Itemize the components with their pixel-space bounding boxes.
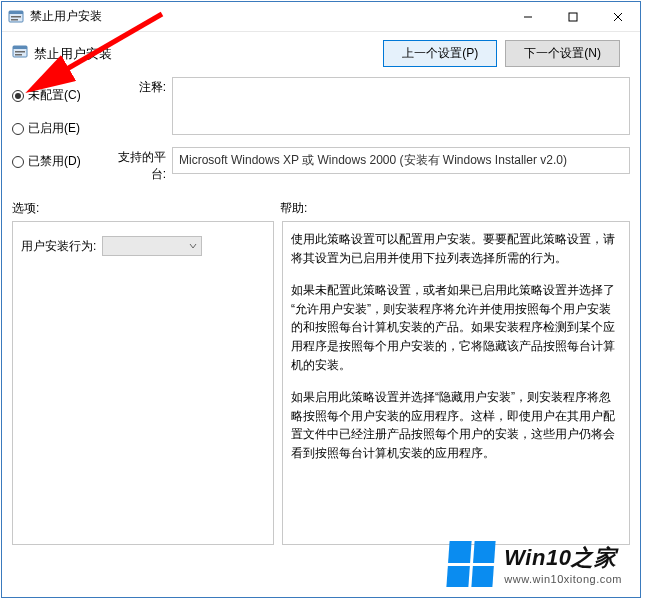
config-section: 未配置(C) 已启用(E) 已禁用(D) 注释: 支持的平台: Microsof…: [2, 77, 640, 186]
svg-rect-5: [569, 13, 577, 21]
next-setting-button[interactable]: 下一个设置(N): [505, 40, 620, 67]
window-title: 禁止用户安装: [30, 8, 102, 25]
comment-label: 注释:: [104, 77, 166, 96]
policy-icon: [12, 44, 28, 63]
watermark-url: www.win10xitong.com: [504, 573, 622, 585]
radio-icon: [12, 90, 24, 102]
radio-enabled[interactable]: 已启用(E): [12, 120, 94, 137]
help-paragraph: 如果启用此策略设置并选择“隐藏用户安装”，则安装程序将忽略按照每个用户安装的应用…: [291, 388, 621, 462]
watermark: Win10之家 www.win10xitong.com: [448, 541, 622, 587]
prev-setting-button[interactable]: 上一个设置(P): [383, 40, 497, 67]
policy-editor-window: 禁止用户安装 禁止用户安装: [1, 1, 641, 598]
chevron-down-icon: [189, 239, 197, 253]
svg-rect-11: [15, 54, 22, 56]
nav-buttons: 上一个设置(P) 下一个设置(N): [383, 40, 630, 67]
watermark-name: Win10之家: [504, 543, 622, 573]
maximize-button[interactable]: [550, 2, 595, 31]
window-controls: [505, 2, 640, 31]
policy-heading: 禁止用户安装: [12, 44, 112, 63]
minimize-button[interactable]: [505, 2, 550, 31]
svg-rect-2: [11, 16, 21, 18]
fields-col: 注释: 支持的平台: Microsoft Windows XP 或 Window…: [104, 77, 630, 186]
close-button[interactable]: [595, 2, 640, 31]
behavior-label: 用户安装行为:: [21, 238, 96, 255]
svg-rect-10: [15, 51, 25, 53]
windows-logo-icon: [447, 541, 496, 587]
bottom-panes: 用户安装行为: 使用此策略设置可以配置用户安装。要要配置此策略设置，请将其设置为…: [2, 221, 640, 555]
platform-row: 支持的平台: Microsoft Windows XP 或 Windows 20…: [104, 147, 630, 183]
radio-not-configured[interactable]: 未配置(C): [12, 87, 94, 104]
svg-rect-9: [13, 46, 27, 49]
svg-rect-1: [9, 11, 23, 14]
header-row: 禁止用户安装 上一个设置(P) 下一个设置(N): [2, 32, 640, 77]
svg-rect-3: [11, 19, 18, 21]
policy-heading-text: 禁止用户安装: [34, 45, 112, 63]
radio-disabled[interactable]: 已禁用(D): [12, 153, 94, 170]
help-pane: 使用此策略设置可以配置用户安装。要要配置此策略设置，请将其设置为已启用并使用下拉…: [282, 221, 630, 545]
options-label: 选项:: [12, 200, 280, 217]
comment-row: 注释:: [104, 77, 630, 135]
help-paragraph: 如果未配置此策略设置，或者如果已启用此策略设置并选择了“允许用户安装”，则安装程…: [291, 281, 621, 374]
state-radios: 未配置(C) 已启用(E) 已禁用(D): [12, 77, 94, 186]
help-paragraph: 使用此策略设置可以配置用户安装。要要配置此策略设置，请将其设置为已启用并使用下拉…: [291, 230, 621, 267]
comment-input[interactable]: [172, 77, 630, 135]
behavior-dropdown[interactable]: [102, 236, 202, 256]
section-labels: 选项: 帮助:: [2, 186, 640, 221]
watermark-text: Win10之家 www.win10xitong.com: [504, 543, 622, 585]
app-icon: [8, 9, 24, 25]
platform-value: Microsoft Windows XP 或 Windows 2000 (安装有…: [172, 147, 630, 174]
options-pane: 用户安装行为:: [12, 221, 274, 545]
platform-label: 支持的平台:: [104, 147, 166, 183]
titlebar: 禁止用户安装: [2, 2, 640, 32]
radio-icon: [12, 123, 24, 135]
user-install-behavior-row: 用户安装行为:: [21, 236, 265, 256]
help-label: 帮助:: [280, 200, 630, 217]
radio-icon: [12, 156, 24, 168]
